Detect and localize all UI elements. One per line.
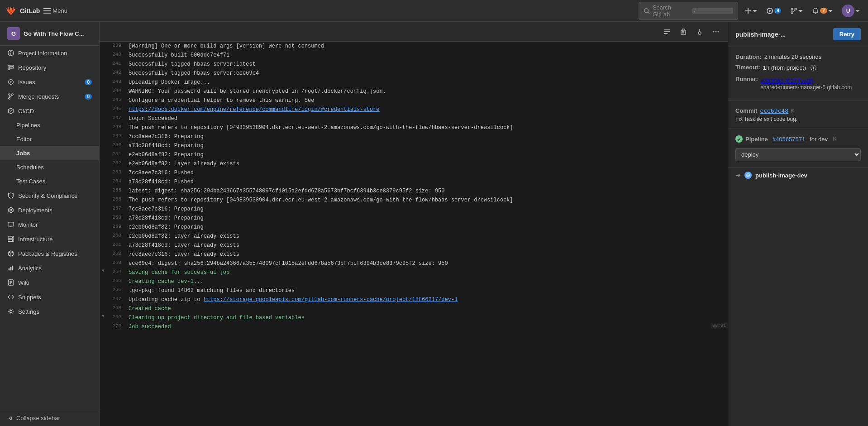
log-line-content: https://docs.docker.com/engine/reference… [129, 105, 728, 114]
sidebar-item-snippets[interactable]: Snippets [0, 290, 99, 304]
sidebar-item-jobs[interactable]: Jobs [0, 146, 99, 160]
log-line-content: Created cache [129, 305, 728, 313]
svg-point-9 [769, 10, 771, 12]
sidebar-item-test-cases[interactable]: Test Cases [0, 174, 99, 188]
sidebar-item-infrastructure[interactable]: Infrastructure [0, 232, 99, 246]
issues-icon [766, 7, 773, 14]
copy-pipeline-icon[interactable]: ⎘ [833, 136, 836, 142]
log-toggle[interactable]: ▼ [100, 268, 107, 273]
job-name[interactable]: publish-image-dev [755, 172, 807, 179]
collapse-sidebar-button[interactable]: Collapse sidebar [0, 410, 99, 426]
log-content[interactable]: 239[Warning] One or more build-args [ver… [100, 42, 728, 426]
log-link[interactable]: https://docs.docker.com/engine/reference… [129, 106, 380, 113]
new-item-button[interactable] [742, 5, 760, 16]
sidebar-item-label: Deployments [18, 207, 52, 214]
commit-section: Commit ece69c48 ⎘ Fix Taskfile exit code… [728, 101, 868, 129]
svg-rect-33 [8, 222, 14, 226]
log-line: 251e2eb06d8af82: Preparing [100, 150, 728, 159]
sidebar-item-project-information[interactable]: Project information [0, 46, 99, 60]
log-line: 268Created cache [100, 304, 728, 313]
log-line-content: e2eb06d8af82: Preparing [129, 223, 728, 231]
sidebar-item-settings[interactable]: Settings [0, 304, 99, 319]
pipeline-for: for dev [810, 136, 828, 143]
runner-id-link[interactable]: #380986 (0277ea0f) [761, 77, 814, 84]
erase-log-button[interactable] [677, 26, 690, 37]
raw-log-button[interactable] [661, 26, 673, 37]
sidebar-item-label: Packages & Registries [18, 250, 77, 257]
svg-point-54 [715, 31, 717, 32]
merge-requests-button[interactable] [787, 5, 806, 16]
log-line-number: 261 [107, 241, 129, 247]
pipeline-row: Pipeline #405657571 for dev ⎘ [735, 135, 861, 143]
sidebar-bottom: Collapse sidebar [0, 410, 99, 426]
hamburger-icon [43, 7, 51, 14]
sidebar-item-label: Analytics [18, 265, 42, 272]
log-line: 2627cc8aee7c316: Layer already exists [100, 250, 728, 259]
log-line: 250a73c28f418cd: Preparing [100, 141, 728, 150]
sidebar-item-pipelines[interactable]: Pipelines [0, 118, 99, 132]
log-line: 244WARNING! Your password will be stored… [100, 87, 728, 96]
sidebar-item-repository[interactable]: Repository [0, 60, 99, 75]
sidebar-item-issues[interactable]: Issues 0 [0, 75, 99, 89]
timeout-info-icon[interactable]: ⓘ [811, 64, 816, 71]
retry-button[interactable]: Retry [833, 28, 861, 40]
more-options-button[interactable] [710, 26, 722, 37]
svg-line-31 [10, 95, 12, 97]
log-line: 246https://docs.docker.com/engine/refere… [100, 105, 728, 114]
log-link[interactable]: https://storage.googleapis.com/gitlab-co… [204, 297, 458, 303]
log-toggle[interactable]: ▼ [100, 314, 107, 319]
sidebar-item-label: Test Cases [16, 178, 45, 185]
sidebar-item-monitor[interactable]: Monitor [0, 217, 99, 232]
log-line: 258a73c28f418cd: Preparing [100, 214, 728, 223]
svg-point-53 [713, 31, 715, 32]
log-toolbar [100, 22, 728, 42]
log-line: 241Successfully tagged hbaas-server:late… [100, 60, 728, 69]
search-bar[interactable]: Search GitLab / [639, 2, 738, 20]
log-line-number: 262 [107, 250, 129, 256]
monitor-icon [7, 221, 14, 228]
avatar-button[interactable]: U [839, 3, 863, 19]
log-line-content: 7cc8aee7c316: Preparing [129, 205, 728, 213]
log-line-content: e2eb06d8af82: Layer already exists [129, 160, 728, 168]
sidebar-item-deployments[interactable]: Deployments [0, 203, 99, 217]
sidebar-item-editor[interactable]: Editor [0, 132, 99, 146]
log-line-number: 250 [107, 142, 129, 148]
sidebar-item-label: Schedules [16, 164, 44, 171]
svg-rect-6 [745, 10, 751, 11]
packages-icon [7, 250, 14, 257]
log-line-content: 7cc8aee7c316: Pushed [129, 169, 728, 177]
log-line: 243Uploading Docker image... [100, 78, 728, 87]
pin-button[interactable] [693, 26, 706, 37]
sidebar-item-schedules[interactable]: Schedules [0, 160, 99, 174]
hamburger-menu[interactable]: Menu [43, 7, 67, 14]
commit-hash[interactable]: ece69c48 [760, 107, 788, 114]
log-line-number: 266 [107, 287, 129, 292]
pipeline-id-link[interactable]: #405657571 [773, 136, 805, 143]
sidebar-item-packages[interactable]: Packages & Registries [0, 246, 99, 261]
log-line-number: 239 [107, 42, 129, 48]
stage-select[interactable]: deploy [735, 148, 861, 161]
sidebar-item-analytics[interactable]: Analytics [0, 261, 99, 275]
runner-info: #380986 (0277ea0f) shared-runners-manage… [761, 77, 852, 91]
log-line-number: 248 [107, 124, 129, 129]
svg-line-4 [648, 12, 650, 14]
log-line-content: Uploading cache.zip to https://storage.g… [129, 296, 728, 304]
timeout-value: 1h (from project) ⓘ [763, 64, 816, 72]
runner-label: Runner: [735, 76, 758, 82]
sidebar-item-merge-requests[interactable]: Merge requests 0 [0, 89, 99, 104]
duration-value: 2 minutes 20 seconds [764, 53, 821, 60]
svg-point-38 [12, 237, 13, 238]
log-line-content: 7cc8aee7c316: Preparing [129, 133, 728, 141]
issues-button[interactable]: 9 [763, 5, 784, 16]
sidebar-item-security-compliance[interactable]: Security & Compliance [0, 188, 99, 203]
log-line-number: 260 [107, 232, 129, 238]
sidebar-item-wiki[interactable]: Wiki [0, 275, 99, 290]
sidebar-item-cicd[interactable]: CI/CD [0, 104, 99, 118]
pipeline-section: Pipeline #405657571 for dev ⎘ deploy [728, 129, 868, 168]
copy-commit-icon[interactable]: ⎘ [791, 108, 794, 114]
log-line-number: 247 [107, 115, 129, 120]
log-line: ▼264Saving cache for successful job [100, 268, 728, 277]
pin-icon [696, 28, 703, 35]
log-line-content: The push refers to repository [049839538… [129, 124, 728, 132]
notifications-button[interactable]: 7 [809, 5, 835, 16]
